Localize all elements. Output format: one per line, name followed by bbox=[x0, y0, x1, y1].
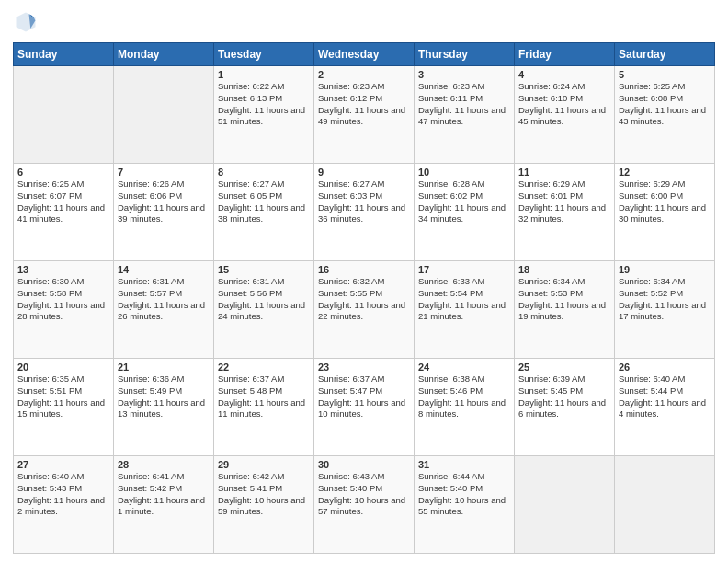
weekday-header-saturday: Saturday bbox=[615, 43, 715, 66]
day-info: Sunrise: 6:37 AMSunset: 5:47 PMDaylight:… bbox=[318, 373, 410, 420]
calendar-week-5: 27Sunrise: 6:40 AMSunset: 5:43 PMDayligh… bbox=[14, 456, 715, 554]
day-info: Sunrise: 6:30 AMSunset: 5:58 PMDaylight:… bbox=[17, 276, 109, 323]
calendar-cell: 4Sunrise: 6:24 AMSunset: 6:10 PMDaylight… bbox=[515, 66, 615, 164]
calendar-cell: 22Sunrise: 6:37 AMSunset: 5:48 PMDayligh… bbox=[214, 359, 314, 456]
calendar-cell: 18Sunrise: 6:34 AMSunset: 5:53 PMDayligh… bbox=[515, 261, 615, 359]
day-number: 22 bbox=[218, 362, 310, 373]
calendar-cell: 1Sunrise: 6:22 AMSunset: 6:13 PMDaylight… bbox=[214, 66, 314, 164]
calendar-cell: 24Sunrise: 6:38 AMSunset: 5:46 PMDayligh… bbox=[415, 359, 515, 456]
day-number: 18 bbox=[518, 264, 610, 275]
calendar-cell: 7Sunrise: 6:26 AMSunset: 6:06 PMDaylight… bbox=[114, 164, 214, 261]
calendar-cell: 5Sunrise: 6:25 AMSunset: 6:08 PMDaylight… bbox=[615, 66, 715, 164]
page-container: SundayMondayTuesdayWednesdayThursdayFrid… bbox=[0, 0, 728, 563]
day-info: Sunrise: 6:28 AMSunset: 6:02 PMDaylight:… bbox=[418, 178, 510, 225]
day-number: 10 bbox=[418, 167, 510, 178]
calendar-cell: 16Sunrise: 6:32 AMSunset: 5:55 PMDayligh… bbox=[314, 261, 415, 359]
day-number: 13 bbox=[17, 264, 109, 275]
calendar-cell: 28Sunrise: 6:41 AMSunset: 5:42 PMDayligh… bbox=[114, 456, 214, 554]
calendar-cell bbox=[114, 66, 214, 164]
weekday-header-wednesday: Wednesday bbox=[314, 43, 415, 66]
day-info: Sunrise: 6:38 AMSunset: 5:46 PMDaylight:… bbox=[418, 373, 510, 420]
day-number: 20 bbox=[17, 362, 109, 373]
calendar-cell: 14Sunrise: 6:31 AMSunset: 5:57 PMDayligh… bbox=[114, 261, 214, 359]
calendar-cell: 19Sunrise: 6:34 AMSunset: 5:52 PMDayligh… bbox=[615, 261, 715, 359]
day-info: Sunrise: 6:40 AMSunset: 5:43 PMDaylight:… bbox=[17, 471, 109, 518]
day-number: 21 bbox=[118, 362, 210, 373]
day-info: Sunrise: 6:40 AMSunset: 5:44 PMDaylight:… bbox=[619, 373, 711, 420]
day-number: 23 bbox=[318, 362, 410, 373]
calendar-week-1: 1Sunrise: 6:22 AMSunset: 6:13 PMDaylight… bbox=[14, 66, 715, 164]
calendar-cell bbox=[14, 66, 114, 164]
day-info: Sunrise: 6:34 AMSunset: 5:52 PMDaylight:… bbox=[619, 276, 711, 323]
calendar-cell: 6Sunrise: 6:25 AMSunset: 6:07 PMDaylight… bbox=[14, 164, 114, 261]
day-info: Sunrise: 6:31 AMSunset: 5:56 PMDaylight:… bbox=[218, 276, 310, 323]
day-info: Sunrise: 6:34 AMSunset: 5:53 PMDaylight:… bbox=[518, 276, 610, 323]
day-number: 7 bbox=[118, 167, 210, 178]
calendar-cell: 31Sunrise: 6:44 AMSunset: 5:40 PMDayligh… bbox=[415, 456, 515, 554]
weekday-header-thursday: Thursday bbox=[415, 43, 515, 66]
calendar-cell: 17Sunrise: 6:33 AMSunset: 5:54 PMDayligh… bbox=[415, 261, 515, 359]
day-info: Sunrise: 6:36 AMSunset: 5:49 PMDaylight:… bbox=[118, 373, 210, 420]
day-number: 4 bbox=[518, 69, 610, 80]
calendar-cell: 21Sunrise: 6:36 AMSunset: 5:49 PMDayligh… bbox=[114, 359, 214, 456]
day-number: 26 bbox=[619, 362, 711, 373]
calendar-cell: 15Sunrise: 6:31 AMSunset: 5:56 PMDayligh… bbox=[214, 261, 314, 359]
weekday-header-monday: Monday bbox=[114, 43, 214, 66]
calendar-table: SundayMondayTuesdayWednesdayThursdayFrid… bbox=[13, 42, 715, 554]
day-number: 24 bbox=[418, 362, 510, 373]
day-info: Sunrise: 6:25 AMSunset: 6:07 PMDaylight:… bbox=[17, 178, 109, 225]
calendar-cell bbox=[615, 456, 715, 554]
day-info: Sunrise: 6:29 AMSunset: 6:00 PMDaylight:… bbox=[619, 178, 711, 225]
day-info: Sunrise: 6:33 AMSunset: 5:54 PMDaylight:… bbox=[418, 276, 510, 323]
day-number: 3 bbox=[418, 69, 510, 80]
day-info: Sunrise: 6:24 AMSunset: 6:10 PMDaylight:… bbox=[518, 81, 610, 128]
day-number: 8 bbox=[218, 167, 310, 178]
calendar-cell: 20Sunrise: 6:35 AMSunset: 5:51 PMDayligh… bbox=[14, 359, 114, 456]
day-info: Sunrise: 6:26 AMSunset: 6:06 PMDaylight:… bbox=[118, 178, 210, 225]
day-info: Sunrise: 6:39 AMSunset: 5:45 PMDaylight:… bbox=[518, 373, 610, 420]
day-number: 6 bbox=[17, 167, 109, 178]
logo bbox=[13, 9, 42, 35]
day-number: 30 bbox=[318, 459, 410, 470]
day-number: 2 bbox=[318, 69, 410, 80]
calendar-cell: 3Sunrise: 6:23 AMSunset: 6:11 PMDaylight… bbox=[415, 66, 515, 164]
day-info: Sunrise: 6:22 AMSunset: 6:13 PMDaylight:… bbox=[218, 81, 310, 128]
calendar-cell: 2Sunrise: 6:23 AMSunset: 6:12 PMDaylight… bbox=[314, 66, 415, 164]
day-info: Sunrise: 6:27 AMSunset: 6:05 PMDaylight:… bbox=[218, 178, 310, 225]
day-number: 28 bbox=[118, 459, 210, 470]
logo-icon bbox=[13, 9, 39, 35]
day-number: 31 bbox=[418, 459, 510, 470]
day-info: Sunrise: 6:42 AMSunset: 5:41 PMDaylight:… bbox=[218, 471, 310, 518]
day-number: 11 bbox=[518, 167, 610, 178]
day-info: Sunrise: 6:41 AMSunset: 5:42 PMDaylight:… bbox=[118, 471, 210, 518]
calendar-cell: 8Sunrise: 6:27 AMSunset: 6:05 PMDaylight… bbox=[214, 164, 314, 261]
calendar-cell: 30Sunrise: 6:43 AMSunset: 5:40 PMDayligh… bbox=[314, 456, 415, 554]
day-number: 27 bbox=[17, 459, 109, 470]
day-number: 9 bbox=[318, 167, 410, 178]
calendar-cell: 9Sunrise: 6:27 AMSunset: 6:03 PMDaylight… bbox=[314, 164, 415, 261]
day-number: 25 bbox=[518, 362, 610, 373]
calendar-cell: 12Sunrise: 6:29 AMSunset: 6:00 PMDayligh… bbox=[615, 164, 715, 261]
day-info: Sunrise: 6:32 AMSunset: 5:55 PMDaylight:… bbox=[318, 276, 410, 323]
calendar-week-3: 13Sunrise: 6:30 AMSunset: 5:58 PMDayligh… bbox=[14, 261, 715, 359]
day-info: Sunrise: 6:44 AMSunset: 5:40 PMDaylight:… bbox=[418, 471, 510, 518]
day-number: 12 bbox=[619, 167, 711, 178]
header bbox=[13, 9, 715, 35]
day-info: Sunrise: 6:31 AMSunset: 5:57 PMDaylight:… bbox=[118, 276, 210, 323]
calendar-cell: 26Sunrise: 6:40 AMSunset: 5:44 PMDayligh… bbox=[615, 359, 715, 456]
weekday-header-sunday: Sunday bbox=[14, 43, 114, 66]
weekday-header-tuesday: Tuesday bbox=[214, 43, 314, 66]
day-info: Sunrise: 6:25 AMSunset: 6:08 PMDaylight:… bbox=[619, 81, 711, 128]
day-number: 17 bbox=[418, 264, 510, 275]
calendar-cell bbox=[515, 456, 615, 554]
day-info: Sunrise: 6:29 AMSunset: 6:01 PMDaylight:… bbox=[518, 178, 610, 225]
calendar-week-4: 20Sunrise: 6:35 AMSunset: 5:51 PMDayligh… bbox=[14, 359, 715, 456]
day-number: 16 bbox=[318, 264, 410, 275]
calendar-cell: 29Sunrise: 6:42 AMSunset: 5:41 PMDayligh… bbox=[214, 456, 314, 554]
weekday-header-friday: Friday bbox=[515, 43, 615, 66]
day-info: Sunrise: 6:27 AMSunset: 6:03 PMDaylight:… bbox=[318, 178, 410, 225]
day-number: 29 bbox=[218, 459, 310, 470]
day-info: Sunrise: 6:37 AMSunset: 5:48 PMDaylight:… bbox=[218, 373, 310, 420]
day-number: 19 bbox=[619, 264, 711, 275]
calendar-cell: 10Sunrise: 6:28 AMSunset: 6:02 PMDayligh… bbox=[415, 164, 515, 261]
